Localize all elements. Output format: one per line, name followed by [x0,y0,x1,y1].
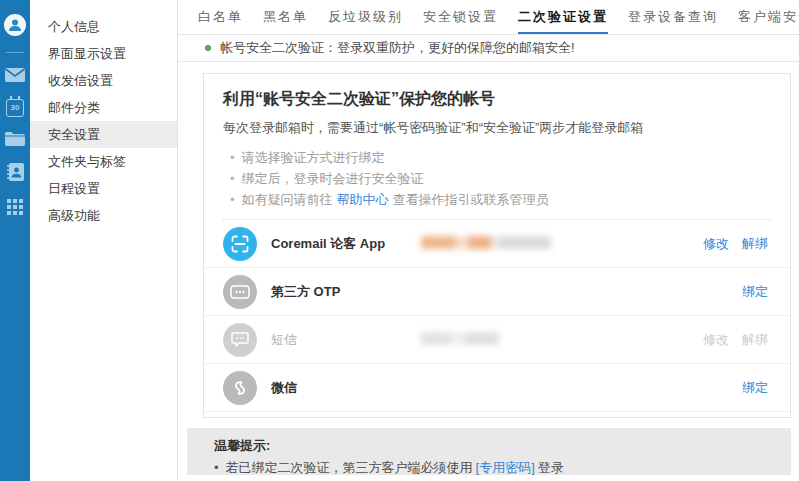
content-area: 白名单 黑名单 反垃圾级别 安全锁设置 二次验证设置 登录设备查询 客户端安全登… [178,0,799,481]
panel-title: 利用“账号安全二次验证”保护您的帐号 [223,89,771,110]
method-name: 第三方 OTP [271,283,421,301]
help-center-link[interactable]: 帮助中心 [337,192,389,207]
blurred-phone-value [421,332,499,345]
bind-link[interactable]: 绑定 [742,283,768,301]
security-notice-bar: 帐号安全二次验证：登录双重防护，更好的保障您的邮箱安全! [178,35,799,62]
menu-item-send-receive[interactable]: 收发信设置 [30,67,177,94]
modify-link-disabled: 修改 [703,331,729,349]
green-dot-icon [205,45,211,51]
instruction-item: 请选择验证方式进行绑定 [230,147,771,168]
panel-subtitle: 每次登录邮箱时，需要通过“帐号密码验证”和“安全验证”两步才能登录邮箱 [223,119,771,137]
rail-divider [6,52,24,53]
menu-item-advanced[interactable]: 高级功能 [30,202,177,229]
method-row-sms: 短信 修改 解绑 [204,316,790,364]
qr-scan-icon [223,227,257,261]
tab-login-devices[interactable]: 登录设备查询 [628,0,718,34]
menu-item-security[interactable]: 安全设置 [30,121,177,148]
modify-link[interactable]: 修改 [703,235,729,253]
instruction-item: 绑定后，登录时会进行安全验证 [230,168,771,189]
row-actions: 修改 解绑 [703,331,768,349]
instruction-item: 如有疑问请前往帮助中心查看操作指引或联系管理员 [230,189,771,210]
tip-line: •若已绑定二次验证，第三方客户端必须使用[专用密码]登录 [187,455,791,477]
otp-device-icon [223,275,257,309]
calendar-icon[interactable]: 30 [6,99,24,117]
row-actions: 绑定 [742,283,768,301]
method-name: Coremail 论客 App [271,235,421,253]
bind-link[interactable]: 绑定 [742,379,768,397]
menu-item-schedule[interactable]: 日程设置 [30,175,177,202]
person-glyph [7,17,23,33]
wechat-icon [223,371,257,405]
tip-text: 若已绑定二次验证，第三方客户端必须使用 [226,460,473,475]
bullet-dot: • [214,460,219,475]
nav-rail: 30 [0,0,30,481]
notice-text: 帐号安全二次验证：登录双重防护，更好的保障您的邮箱安全! [220,39,575,57]
tip-box: 温馨提示: •若已绑定二次验证，第三方客户端必须使用[专用密码]登录 [187,428,791,475]
instruction-text: 如有疑问请前往 [242,192,333,207]
tab-security-lock[interactable]: 安全锁设置 [423,0,498,34]
folder-icon[interactable] [5,132,25,146]
mail-icon[interactable] [5,68,25,82]
instruction-text: 查看操作指引或联系管理员 [393,192,549,207]
security-tabbar: 白名单 黑名单 反垃圾级别 安全锁设置 二次验证设置 登录设备查询 客户端安全登… [178,0,799,35]
instruction-list: 请选择验证方式进行绑定 绑定后，登录时会进行安全验证 如有疑问请前往帮助中心查看… [230,147,771,210]
settings-menu: 个人信息 界面显示设置 收发信设置 邮件分类 安全设置 文件夹与标签 日程设置 … [30,0,178,481]
blurred-account-value [421,236,551,249]
row-actions: 绑定 [742,379,768,397]
unbind-link[interactable]: 解绑 [742,235,768,253]
contacts-icon[interactable] [6,163,24,181]
method-row-otp: 第三方 OTP 绑定 [204,268,790,316]
tab-two-factor[interactable]: 二次验证设置 [518,0,608,34]
settings-screen: 30 个人信息 界面显示设置 收发信设置 邮件分类 安全设置 文件夹与标签 日程… [0,0,799,481]
method-name: 微信 [271,379,421,397]
two-factor-panel: 利用“账号安全二次验证”保护您的帐号 每次登录邮箱时，需要通过“帐号密码验证”和… [203,73,791,418]
menu-item-personal-info[interactable]: 个人信息 [30,13,177,40]
tab-client-security[interactable]: 客户端安全登录 [738,0,799,34]
menu-item-display[interactable]: 界面显示设置 [30,40,177,67]
tab-antispam-level[interactable]: 反垃圾级别 [328,0,403,34]
menu-item-folders-tags[interactable]: 文件夹与标签 [30,148,177,175]
method-name: 短信 [271,331,421,349]
sms-bubble-icon [223,323,257,357]
tab-whitelist[interactable]: 白名单 [198,0,243,34]
row-actions: 修改 解绑 [703,235,768,253]
menu-item-mail-category[interactable]: 邮件分类 [30,94,177,121]
tip-text: 登录 [538,460,564,475]
method-row-coremail-app: Coremail 论客 App 修改 解绑 [204,220,790,268]
apps-grid-icon[interactable] [7,199,23,215]
user-avatar-icon[interactable] [4,14,26,36]
method-row-wechat: 微信 绑定 [204,364,790,412]
dedicated-password-link[interactable]: [专用密码] [476,460,535,475]
tab-blacklist[interactable]: 黑名单 [263,0,308,34]
tip-title: 温馨提示: [187,428,791,455]
unbind-link-disabled: 解绑 [742,331,768,349]
